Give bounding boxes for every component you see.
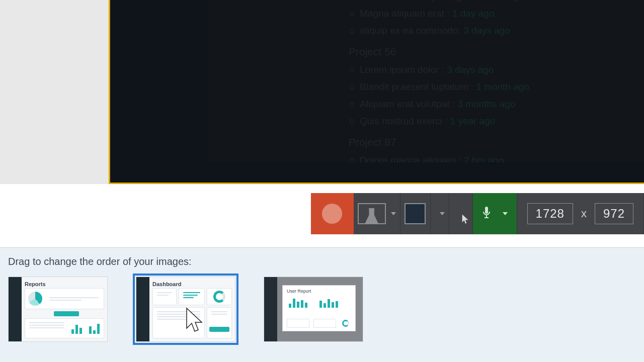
feed-item-text: aliquip ex ea commodo: [360,25,461,36]
thumbnail-title: Dashboard [152,281,181,287]
feed-item-ago: 2 hrs ago [464,155,504,162]
capture-area-dropdown[interactable] [431,193,449,234]
capture-region: Consectetuer adipiscing elit : 4 hrs ago… [0,0,644,184]
feed-item-text: Aliquam erat volutpat : [360,99,455,109]
thumbnail-title: Reports [25,281,46,287]
captured-activity-feed: Consectetuer adipiscing elit : 4 hrs ago… [349,0,644,162]
project-heading: Project 56 [349,43,644,60]
microphone-toggle[interactable] [473,193,517,234]
record-icon [322,204,342,224]
microphone-icon [481,206,492,222]
feed-item-ago: 3 months ago [457,99,515,109]
thumbnail-row: Reports Dashboard [8,277,636,342]
record-button[interactable] [311,193,354,234]
feed-item-text: Quis nostrud exerci : [360,116,447,126]
cursor-overlay-icon [185,306,205,335]
strip-instruction: Drag to change the order of your images: [8,256,636,267]
cursor-toggle[interactable] [449,193,473,234]
capture-frame: Consectetuer adipiscing elit : 4 hrs ago… [109,0,644,184]
feed-item-text: Consectetuer adipiscing elit : [360,0,482,2]
thumbnail-item[interactable]: Dashboard [136,277,235,342]
svg-rect-0 [485,207,488,214]
feed-item-ago: 1 year ago [450,116,496,126]
feed-item-text: Dolore magna aliquam : [360,155,461,162]
dimension-separator: x [581,207,587,220]
feed-item-text: Lorem ipsum dolor : [360,64,444,75]
chevron-down-icon [391,212,396,215]
webcam-toggle[interactable] [354,193,400,234]
capture-area-icon [405,203,426,224]
feed-item-text: Blandit praesent luptatum : [360,81,473,92]
chevron-down-icon [503,212,508,215]
feed-item-ago: 4 hrs ago [485,0,524,2]
feed-item-ago: 3 days ago [463,25,510,36]
feed-item-ago: 1 month ago [476,81,529,92]
capture-height-input[interactable]: 972 [595,203,633,224]
capture-width-input[interactable]: 1728 [527,203,573,224]
thumbnail-item[interactable]: User Report [264,277,363,342]
chevron-down-icon [440,212,445,215]
thumbnail-strip: Drag to change the order of your images:… [0,247,644,362]
capture-area-button[interactable] [400,193,431,234]
feed-item-ago: 1 day ago [452,8,494,19]
thumbnail-item[interactable]: Reports [8,277,108,342]
project-heading: Project 87 [349,134,644,151]
feed-item-ago: 3 days ago [447,64,494,75]
thumbnail-title: User Report [287,289,311,294]
dimensions-display: 1728 x 972 [517,193,644,234]
recording-toolbar: 1728 x 972 [311,193,644,234]
feed-item-text: Magna aliquam erat : [360,8,450,19]
webcam-icon [358,203,386,224]
